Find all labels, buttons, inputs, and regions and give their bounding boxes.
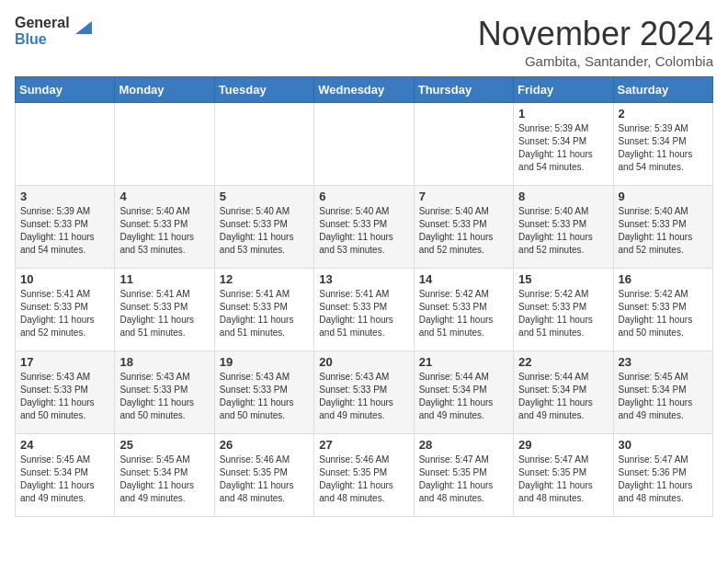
day-cell: 15Sunrise: 5:42 AMSunset: 5:33 PMDayligh… — [514, 269, 613, 351]
weekday-header-wednesday: Wednesday — [314, 77, 414, 103]
day-number: 19 — [220, 355, 309, 369]
day-number: 9 — [619, 190, 708, 203]
svg-marker-0 — [75, 21, 92, 34]
day-cell: 10Sunrise: 5:41 AMSunset: 5:33 PMDayligh… — [16, 269, 115, 351]
day-info: Sunrise: 5:40 AMSunset: 5:33 PMDaylight:… — [619, 205, 708, 257]
day-info: Sunrise: 5:43 AMSunset: 5:33 PMDaylight:… — [119, 371, 209, 422]
day-cell: 8Sunrise: 5:40 AMSunset: 5:33 PMDaylight… — [514, 186, 613, 269]
day-cell — [414, 103, 513, 186]
day-cell: 13Sunrise: 5:41 AMSunset: 5:33 PMDayligh… — [314, 269, 414, 351]
week-row-5: 24Sunrise: 5:45 AMSunset: 5:34 PMDayligh… — [16, 434, 713, 517]
day-number: 7 — [419, 190, 508, 203]
day-info: Sunrise: 5:45 AMSunset: 5:34 PMDaylight:… — [119, 454, 209, 505]
day-number: 18 — [119, 355, 209, 369]
week-row-2: 3Sunrise: 5:39 AMSunset: 5:33 PMDaylight… — [16, 186, 713, 269]
day-number: 5 — [220, 190, 309, 203]
day-number: 27 — [319, 438, 408, 452]
weekday-header-row: SundayMondayTuesdayWednesdayThursdayFrid… — [16, 77, 713, 103]
logo-container: General Blue — [15, 15, 92, 47]
day-number: 21 — [419, 355, 508, 369]
day-number: 29 — [518, 438, 608, 452]
day-cell: 11Sunrise: 5:41 AMSunset: 5:33 PMDayligh… — [115, 269, 214, 351]
day-info: Sunrise: 5:47 AMSunset: 5:35 PMDaylight:… — [419, 454, 508, 505]
day-info: Sunrise: 5:39 AMSunset: 5:34 PMDaylight:… — [518, 122, 608, 174]
day-info: Sunrise: 5:41 AMSunset: 5:33 PMDaylight:… — [119, 288, 209, 339]
day-cell: 14Sunrise: 5:42 AMSunset: 5:33 PMDayligh… — [414, 269, 513, 351]
day-cell: 17Sunrise: 5:43 AMSunset: 5:33 PMDayligh… — [16, 351, 115, 434]
day-number: 13 — [319, 272, 408, 286]
day-cell: 20Sunrise: 5:43 AMSunset: 5:33 PMDayligh… — [314, 351, 414, 434]
day-cell: 22Sunrise: 5:44 AMSunset: 5:34 PMDayligh… — [514, 351, 613, 434]
weekday-header-friday: Friday — [514, 77, 613, 103]
day-cell: 19Sunrise: 5:43 AMSunset: 5:33 PMDayligh… — [214, 351, 313, 434]
day-number: 3 — [20, 190, 109, 203]
day-cell: 1Sunrise: 5:39 AMSunset: 5:34 PMDaylight… — [514, 103, 613, 186]
day-number: 10 — [20, 272, 109, 286]
day-info: Sunrise: 5:43 AMSunset: 5:33 PMDaylight:… — [20, 371, 109, 422]
day-info: Sunrise: 5:44 AMSunset: 5:34 PMDaylight:… — [419, 371, 508, 422]
day-cell — [16, 103, 115, 186]
day-cell: 16Sunrise: 5:42 AMSunset: 5:33 PMDayligh… — [613, 269, 712, 351]
logo-triangle-icon — [72, 17, 92, 38]
weekday-header-sunday: Sunday — [16, 77, 115, 103]
day-number: 4 — [119, 190, 209, 203]
weekday-header-monday: Monday — [115, 77, 214, 103]
day-cell: 2Sunrise: 5:39 AMSunset: 5:34 PMDaylight… — [613, 103, 712, 186]
day-cell: 26Sunrise: 5:46 AMSunset: 5:35 PMDayligh… — [214, 434, 313, 517]
day-number: 28 — [419, 438, 508, 452]
page-header: General Blue November 2024 Gambita, Sant… — [15, 15, 713, 69]
day-cell: 25Sunrise: 5:45 AMSunset: 5:34 PMDayligh… — [115, 434, 214, 517]
week-row-3: 10Sunrise: 5:41 AMSunset: 5:33 PMDayligh… — [16, 269, 713, 351]
day-info: Sunrise: 5:45 AMSunset: 5:34 PMDaylight:… — [619, 371, 708, 422]
day-number: 11 — [119, 272, 209, 286]
day-info: Sunrise: 5:46 AMSunset: 5:35 PMDaylight:… — [319, 454, 408, 505]
day-cell: 3Sunrise: 5:39 AMSunset: 5:33 PMDaylight… — [16, 186, 115, 269]
day-number: 24 — [20, 438, 109, 452]
day-info: Sunrise: 5:41 AMSunset: 5:33 PMDaylight:… — [220, 288, 309, 339]
day-number: 25 — [119, 438, 209, 452]
day-cell: 29Sunrise: 5:47 AMSunset: 5:35 PMDayligh… — [514, 434, 613, 517]
day-cell: 12Sunrise: 5:41 AMSunset: 5:33 PMDayligh… — [214, 269, 313, 351]
day-info: Sunrise: 5:39 AMSunset: 5:34 PMDaylight:… — [619, 122, 708, 174]
day-info: Sunrise: 5:40 AMSunset: 5:33 PMDaylight:… — [419, 205, 508, 257]
day-cell: 4Sunrise: 5:40 AMSunset: 5:33 PMDaylight… — [115, 186, 214, 269]
day-info: Sunrise: 5:42 AMSunset: 5:33 PMDaylight:… — [518, 288, 608, 339]
day-cell: 27Sunrise: 5:46 AMSunset: 5:35 PMDayligh… — [314, 434, 414, 517]
day-number: 23 — [619, 355, 708, 369]
day-cell: 30Sunrise: 5:47 AMSunset: 5:36 PMDayligh… — [613, 434, 712, 517]
day-cell: 18Sunrise: 5:43 AMSunset: 5:33 PMDayligh… — [115, 351, 214, 434]
day-info: Sunrise: 5:41 AMSunset: 5:33 PMDaylight:… — [20, 288, 109, 339]
day-cell — [314, 103, 414, 186]
weekday-header-saturday: Saturday — [613, 77, 712, 103]
day-cell — [115, 103, 214, 186]
day-number: 20 — [319, 355, 408, 369]
logo-blue-text: Blue — [15, 31, 70, 48]
weekday-header-tuesday: Tuesday — [214, 77, 313, 103]
day-number: 26 — [220, 438, 309, 452]
month-year-title: November 2024 — [478, 15, 713, 53]
day-cell: 21Sunrise: 5:44 AMSunset: 5:34 PMDayligh… — [414, 351, 513, 434]
day-number: 6 — [319, 190, 408, 203]
day-cell: 23Sunrise: 5:45 AMSunset: 5:34 PMDayligh… — [613, 351, 712, 434]
day-info: Sunrise: 5:47 AMSunset: 5:35 PMDaylight:… — [518, 454, 608, 505]
day-cell: 6Sunrise: 5:40 AMSunset: 5:33 PMDaylight… — [314, 186, 414, 269]
day-number: 1 — [518, 107, 608, 121]
day-info: Sunrise: 5:47 AMSunset: 5:36 PMDaylight:… — [619, 454, 708, 505]
day-cell: 5Sunrise: 5:40 AMSunset: 5:33 PMDaylight… — [214, 186, 313, 269]
week-row-4: 17Sunrise: 5:43 AMSunset: 5:33 PMDayligh… — [16, 351, 713, 434]
day-info: Sunrise: 5:40 AMSunset: 5:33 PMDaylight:… — [119, 205, 209, 257]
logo-general-text: General — [15, 15, 70, 31]
day-number: 16 — [619, 272, 708, 286]
day-info: Sunrise: 5:41 AMSunset: 5:33 PMDaylight:… — [319, 288, 408, 339]
title-block: November 2024 Gambita, Santander, Colomb… — [478, 15, 713, 69]
day-info: Sunrise: 5:40 AMSunset: 5:33 PMDaylight:… — [518, 205, 608, 257]
day-cell: 24Sunrise: 5:45 AMSunset: 5:34 PMDayligh… — [16, 434, 115, 517]
day-cell: 28Sunrise: 5:47 AMSunset: 5:35 PMDayligh… — [414, 434, 513, 517]
day-cell: 7Sunrise: 5:40 AMSunset: 5:33 PMDaylight… — [414, 186, 513, 269]
day-info: Sunrise: 5:43 AMSunset: 5:33 PMDaylight:… — [220, 371, 309, 422]
day-info: Sunrise: 5:40 AMSunset: 5:33 PMDaylight:… — [220, 205, 309, 257]
week-row-1: 1Sunrise: 5:39 AMSunset: 5:34 PMDaylight… — [16, 103, 713, 186]
day-info: Sunrise: 5:44 AMSunset: 5:34 PMDaylight:… — [518, 371, 608, 422]
day-info: Sunrise: 5:39 AMSunset: 5:33 PMDaylight:… — [20, 205, 109, 257]
day-number: 14 — [419, 272, 508, 286]
